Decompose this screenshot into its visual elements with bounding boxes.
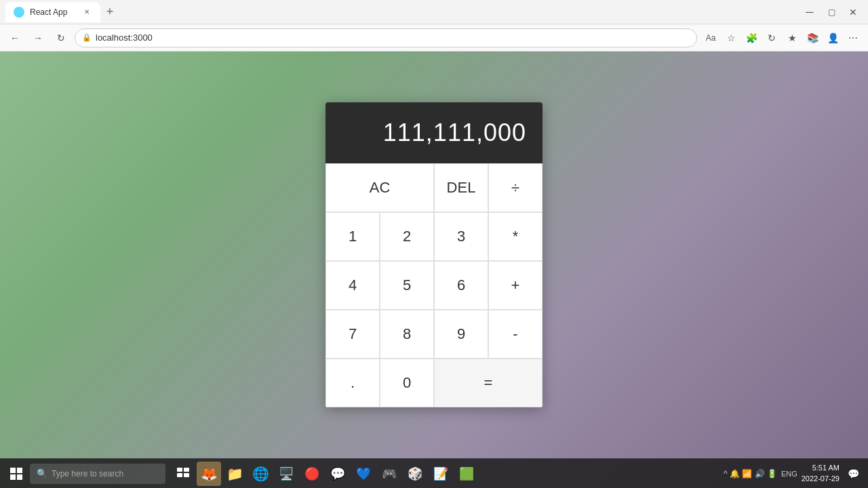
window-minimize-button[interactable]: ─ bbox=[800, 3, 819, 22]
taskbar-app-6[interactable]: 💬 bbox=[326, 462, 350, 486]
collection-button[interactable]: 📚 bbox=[803, 28, 822, 47]
url-text: localhost:3000 bbox=[96, 33, 153, 43]
system-tray: ^ 🔔 📶 🔊 🔋 ENG 5:51 AM 2022-07-29 💬 bbox=[724, 463, 863, 484]
btn-dot[interactable]: . bbox=[326, 359, 380, 407]
calculator: 111,111,000 AC DEL ÷ 1 2 3 * 4 5 6 + 7 8… bbox=[326, 102, 542, 407]
svg-rect-4 bbox=[177, 468, 182, 472]
taskbar-app-11[interactable]: 🟩 bbox=[454, 462, 479, 486]
btn-mul[interactable]: * bbox=[488, 212, 542, 261]
calc-display-value: 111,111,000 bbox=[383, 119, 526, 147]
browser-content: 111,111,000 AC DEL ÷ 1 2 3 * 4 5 6 + 7 8… bbox=[0, 52, 868, 458]
btn-5[interactable]: 5 bbox=[380, 261, 434, 310]
lock-icon: 🔒 bbox=[82, 33, 92, 42]
btn-eq[interactable]: = bbox=[434, 359, 542, 407]
taskview-button[interactable] bbox=[171, 462, 195, 486]
address-bar[interactable]: 🔒 localhost:3000 bbox=[75, 28, 697, 47]
toolbar-right: Aa ☆ 🧩 ↻ ★ 📚 👤 ⋯ bbox=[701, 28, 863, 47]
taskbar-app-1[interactable]: 🦊 bbox=[197, 462, 221, 486]
tab-favicon-icon bbox=[14, 7, 24, 18]
svg-rect-2 bbox=[10, 474, 16, 480]
btn-7[interactable]: 7 bbox=[326, 310, 380, 359]
word-icon: 📝 bbox=[433, 466, 448, 481]
app4-icon: 🖥️ bbox=[279, 466, 294, 481]
btn-ac[interactable]: AC bbox=[326, 163, 434, 212]
taskbar-app-vscode[interactable]: 💙 bbox=[351, 462, 376, 486]
menu-button[interactable]: ⋯ bbox=[844, 28, 863, 47]
svg-rect-6 bbox=[177, 473, 182, 477]
btn-add[interactable]: + bbox=[488, 261, 542, 310]
star-button[interactable]: ★ bbox=[783, 28, 802, 47]
btn-0[interactable]: 0 bbox=[380, 359, 434, 407]
favorites-button[interactable]: ☆ bbox=[722, 28, 741, 47]
calc-display: 111,111,000 bbox=[326, 102, 542, 163]
taskbar-app-5[interactable]: 🔴 bbox=[300, 462, 324, 486]
refresh-button[interactable]: ↻ bbox=[762, 28, 781, 47]
reload-button[interactable]: ↻ bbox=[52, 28, 71, 47]
forward-button[interactable]: → bbox=[28, 28, 47, 47]
taskbar-app-9[interactable]: 🎲 bbox=[403, 462, 427, 486]
profile-button[interactable]: 👤 bbox=[823, 28, 842, 47]
browser-titlebar: React App ✕ + ─ ▢ ✕ bbox=[0, 0, 868, 24]
app5-icon: 🔴 bbox=[304, 466, 319, 481]
btn-del[interactable]: DEL bbox=[434, 163, 488, 212]
taskview-icon bbox=[176, 467, 190, 481]
btn-4[interactable]: 4 bbox=[326, 261, 380, 310]
app1-icon: 🦊 bbox=[201, 466, 218, 482]
btn-2[interactable]: 2 bbox=[380, 212, 434, 261]
new-tab-button[interactable]: + bbox=[100, 3, 119, 22]
tray-icons: ^ 🔔 📶 🔊 🔋 bbox=[724, 469, 777, 479]
window-maximize-button[interactable]: ▢ bbox=[822, 3, 841, 22]
btn-div[interactable]: ÷ bbox=[488, 163, 542, 212]
btn-8[interactable]: 8 bbox=[380, 310, 434, 359]
start-button[interactable] bbox=[5, 463, 27, 485]
back-button[interactable]: ← bbox=[5, 28, 24, 47]
app6-icon: 💬 bbox=[330, 466, 345, 481]
taskbar-search[interactable]: 🔍 Type here to search bbox=[30, 464, 165, 484]
taskbar: 🔍 Type here to search 🦊 📁 🌐 🖥️ 🔴 bbox=[0, 458, 868, 488]
language-indicator: ENG bbox=[781, 470, 797, 478]
app11-icon: 🟩 bbox=[459, 466, 474, 481]
window-close-button[interactable]: ✕ bbox=[844, 3, 863, 22]
vscode-icon: 💙 bbox=[356, 466, 371, 481]
browser-tab[interactable]: React App ✕ bbox=[5, 2, 100, 22]
browser-toolbar: ← → ↻ 🔒 localhost:3000 Aa ☆ 🧩 ↻ ★ 📚 👤 ⋯ bbox=[0, 24, 868, 52]
search-placeholder: Type here to search bbox=[52, 469, 123, 479]
calc-buttons: AC DEL ÷ 1 2 3 * 4 5 6 + 7 8 9 - . 0 = bbox=[326, 163, 542, 407]
windows-icon bbox=[10, 468, 22, 480]
notification-button[interactable]: 💬 bbox=[844, 464, 863, 483]
taskbar-app-word[interactable]: 📝 bbox=[429, 462, 453, 486]
svg-rect-5 bbox=[184, 468, 189, 472]
taskbar-app-edge[interactable]: 🌐 bbox=[248, 462, 273, 486]
reader-mode-button[interactable]: Aa bbox=[701, 28, 720, 47]
app9-icon: 🎲 bbox=[408, 466, 422, 481]
btn-6[interactable]: 6 bbox=[434, 261, 488, 310]
svg-rect-0 bbox=[10, 468, 16, 473]
btn-3[interactable]: 3 bbox=[434, 212, 488, 261]
btn-1[interactable]: 1 bbox=[326, 212, 380, 261]
btn-sub[interactable]: - bbox=[488, 310, 542, 359]
svg-rect-7 bbox=[184, 473, 189, 477]
taskbar-app-8[interactable]: 🎮 bbox=[377, 462, 401, 486]
systray-time[interactable]: 5:51 AM 2022-07-29 bbox=[802, 463, 840, 484]
extensions-button[interactable]: 🧩 bbox=[742, 28, 761, 47]
taskbar-apps: 🦊 📁 🌐 🖥️ 🔴 💬 💙 🎮 🎲 📝 🟩 bbox=[171, 462, 479, 486]
search-icon: 🔍 bbox=[37, 468, 47, 479]
explorer-icon: 📁 bbox=[226, 466, 243, 482]
tab-title: React App bbox=[30, 7, 67, 17]
clock-time: 5:51 AM bbox=[802, 463, 840, 473]
app8-icon: 🎮 bbox=[382, 466, 397, 481]
taskbar-app-4[interactable]: 🖥️ bbox=[274, 462, 298, 486]
svg-rect-3 bbox=[17, 474, 22, 480]
taskbar-app-explorer[interactable]: 📁 bbox=[222, 462, 247, 486]
btn-9[interactable]: 9 bbox=[434, 310, 488, 359]
svg-rect-1 bbox=[17, 468, 22, 473]
edge-icon: 🌐 bbox=[252, 466, 269, 482]
clock-date: 2022-07-29 bbox=[802, 474, 840, 484]
tab-close-button[interactable]: ✕ bbox=[81, 7, 92, 18]
